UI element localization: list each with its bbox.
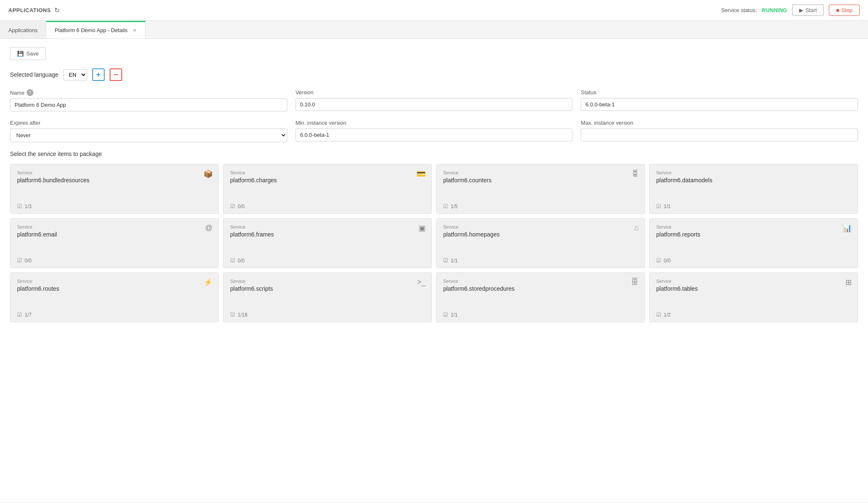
- service-type-datamodels: Service: [656, 170, 851, 175]
- service-card-scripts[interactable]: >_ Service platform6.scripts ☑ 1/18: [223, 272, 432, 322]
- service-type-charges: Service: [230, 170, 425, 175]
- service-checkbox-counters: ☑: [443, 203, 448, 209]
- service-type-frames: Service: [230, 224, 425, 229]
- service-name-scripts: platform6.scripts: [230, 285, 425, 292]
- stop-icon: ■: [836, 7, 839, 13]
- service-card-reports[interactable]: 📊 Service platform6.reports ☑ 0/0: [649, 218, 858, 268]
- service-name-frames: platform6.frames: [230, 231, 425, 238]
- tab-close-icon[interactable]: ✕: [133, 28, 137, 33]
- min-instance-input[interactable]: [296, 128, 573, 141]
- save-icon: 💾: [17, 50, 24, 57]
- service-footer-homepages: ☑ 1/1: [443, 257, 638, 264]
- service-icon-tables: ⊞: [845, 278, 852, 287]
- max-instance-label: Max. instance version: [581, 120, 858, 126]
- service-footer-email: ☑ 0/0: [17, 257, 212, 264]
- app-title: APPLICATIONS: [8, 7, 51, 13]
- service-name-storedprocedures: platform6.storedprocedures: [443, 285, 638, 292]
- service-name-reports: platform6.reports: [656, 231, 851, 238]
- service-checkbox-charges: ☑: [230, 203, 235, 209]
- service-card-storedprocedures[interactable]: 🗄 Service platform6.storedprocedures ☑ 1…: [436, 272, 645, 322]
- service-card-email[interactable]: @ Service platform6.email ☑ 0/0: [10, 218, 219, 268]
- status-label: Status: [581, 89, 858, 96]
- service-icon-bundledresources: 📦: [203, 169, 213, 179]
- service-footer-storedprocedures: ☑ 1/1: [443, 312, 638, 318]
- service-count-frames: 0/0: [238, 258, 245, 264]
- header-right: Service status: RUNNING ▶ Start ■ Stop: [721, 5, 860, 16]
- service-name-tables: platform6.tables: [656, 285, 851, 292]
- service-count-bundledresources: 1/3: [25, 204, 32, 209]
- expires-group: Expires after Never 1 day 7 days 30 days…: [10, 120, 287, 142]
- service-icon-homepages: ⌂: [634, 224, 639, 232]
- remove-language-button[interactable]: −: [110, 68, 122, 81]
- service-name-homepages: platform6.homepages: [443, 231, 638, 238]
- service-card-charges[interactable]: 💳 Service platform6.charges ☑ 0/0: [223, 164, 432, 214]
- version-label: Version: [296, 89, 573, 96]
- service-footer-scripts: ☑ 1/18: [230, 312, 425, 318]
- service-icon-frames: ▣: [419, 224, 426, 233]
- language-row: Selected language EN FR DE + −: [10, 68, 858, 81]
- tab-details[interactable]: Platform 6 Demo App - Details ✕: [46, 21, 145, 38]
- service-type-routes: Service: [17, 279, 212, 284]
- max-instance-group: Max. instance version: [581, 120, 858, 142]
- name-group: Name ?: [10, 89, 287, 111]
- service-icon-counters: 🎛: [631, 169, 639, 178]
- version-group: Version: [296, 89, 573, 111]
- min-instance-label: Min. instance version: [296, 120, 573, 126]
- service-status-value: RUNNING: [762, 7, 787, 13]
- service-type-email: Service: [17, 224, 212, 229]
- service-card-frames[interactable]: ▣ Service platform6.frames ☑ 0/0: [223, 218, 432, 268]
- form-row-2: Expires after Never 1 day 7 days 30 days…: [10, 120, 858, 142]
- start-label: Start: [805, 7, 817, 13]
- service-type-storedprocedures: Service: [443, 279, 638, 284]
- service-name-email: platform6.email: [17, 231, 212, 238]
- start-button[interactable]: ▶ Start: [792, 5, 824, 16]
- service-footer-routes: ☑ 1/7: [17, 312, 212, 318]
- service-checkbox-homepages: ☑: [443, 257, 448, 264]
- service-count-scripts: 1/18: [238, 312, 247, 318]
- max-instance-input[interactable]: [581, 128, 858, 141]
- service-name-bundledresources: platform6.bundledresources: [17, 177, 212, 184]
- service-count-reports: 0/0: [664, 258, 671, 264]
- expires-label: Expires after: [10, 120, 287, 126]
- service-footer-frames: ☑ 0/0: [230, 257, 425, 264]
- form-row-1: Name ? Version Status: [10, 89, 858, 111]
- service-count-tables: 1/2: [664, 312, 671, 318]
- service-count-storedprocedures: 1/1: [451, 312, 458, 318]
- service-count-counters: 1/5: [451, 204, 458, 209]
- service-icon-charges: 💳: [416, 169, 426, 179]
- service-footer-counters: ☑ 1/5: [443, 203, 638, 209]
- status-group: Status: [581, 89, 858, 111]
- refresh-icon[interactable]: ↻: [54, 6, 60, 14]
- tab-applications[interactable]: Applications: [0, 21, 46, 38]
- service-icon-routes: ⚡: [203, 278, 213, 287]
- service-checkbox-frames: ☑: [230, 257, 235, 264]
- version-input[interactable]: [296, 98, 573, 111]
- tab-details-label: Platform 6 Demo App - Details: [55, 27, 128, 33]
- service-name-charges: platform6.charges: [230, 177, 425, 184]
- language-select[interactable]: EN FR DE: [63, 69, 87, 80]
- service-card-datamodels[interactable]: Service platform6.datamodels ☑ 1/1: [649, 164, 858, 214]
- name-help-icon[interactable]: ?: [27, 89, 33, 96]
- service-grid: 📦 Service platform6.bundledresources ☑ 1…: [10, 164, 858, 322]
- service-card-bundledresources[interactable]: 📦 Service platform6.bundledresources ☑ 1…: [10, 164, 219, 214]
- services-section-title: Select the service items to package: [10, 151, 858, 157]
- add-language-button[interactable]: +: [92, 68, 105, 81]
- service-card-homepages[interactable]: ⌂ Service platform6.homepages ☑ 1/1: [436, 218, 645, 268]
- save-button[interactable]: 💾 Save: [10, 47, 46, 60]
- min-instance-group: Min. instance version: [296, 120, 573, 142]
- expires-select[interactable]: Never 1 day 7 days 30 days 90 days: [10, 128, 287, 142]
- service-checkbox-datamodels: ☑: [656, 203, 661, 209]
- service-footer-bundledresources: ☑ 1/3: [17, 203, 212, 209]
- service-icon-scripts: >_: [417, 278, 426, 287]
- service-card-routes[interactable]: ⚡ Service platform6.routes ☑ 1/7: [10, 272, 219, 322]
- service-type-homepages: Service: [443, 224, 638, 229]
- services-section: Select the service items to package 📦 Se…: [10, 151, 858, 322]
- name-input[interactable]: [10, 98, 287, 111]
- service-type-reports: Service: [656, 224, 851, 229]
- service-card-tables[interactable]: ⊞ Service platform6.tables ☑ 1/2: [649, 272, 858, 322]
- stop-button[interactable]: ■ Stop: [829, 5, 860, 16]
- status-input[interactable]: [581, 98, 858, 111]
- service-checkbox-routes: ☑: [17, 312, 22, 318]
- service-card-counters[interactable]: 🎛 Service platform6.counters ☑ 1/5: [436, 164, 645, 214]
- service-checkbox-bundledresources: ☑: [17, 203, 22, 209]
